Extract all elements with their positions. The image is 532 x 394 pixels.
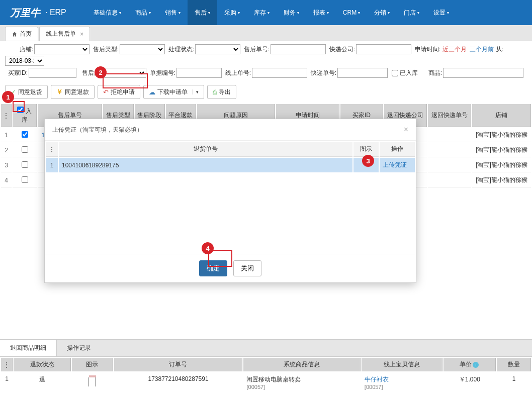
modal-row-doc: 10041006189289175 (59, 158, 352, 172)
label-in-storage: 已入库 (400, 69, 418, 77)
dcol-6: 单价i (444, 358, 496, 371)
chevron-down-icon: ▾ (417, 11, 419, 15)
select-shop[interactable] (34, 44, 90, 54)
filter-row-1: 店铺: 售后类型: 处理状态: 售后单号: 快递公司: 申请时间: 近三个月 三… (5, 44, 527, 66)
col-0: ⋮ (1, 104, 12, 127)
chevron-down-icon: ▾ (358, 11, 360, 15)
nav-item-9[interactable]: 分销▾ (367, 0, 397, 25)
modal-title: 上传凭证（淘宝可填，天猫必填） (52, 126, 143, 134)
label-express-company: 快递公司: (327, 45, 355, 54)
nav-item-0[interactable]: 基础信息▾ (86, 0, 128, 25)
bottom-tabs: 退回商品明细 操作记录 (0, 340, 532, 357)
chevron-down-icon: ▾ (297, 11, 299, 15)
yen-icon: ￥ (56, 87, 63, 96)
input-buyer-id[interactable] (29, 68, 76, 78)
btn-agree-refund[interactable]: ￥同意退款 (51, 85, 95, 99)
select-after-type[interactable] (120, 44, 165, 54)
input-goods[interactable] (443, 68, 523, 78)
row-checkbox[interactable] (22, 176, 28, 183)
input-online-no[interactable] (252, 68, 307, 78)
nav-item-6[interactable]: 财务▾ (277, 0, 306, 25)
row-checkbox[interactable] (22, 161, 28, 168)
close-icon[interactable]: × (80, 31, 83, 38)
btn-close[interactable]: 关闭 (233, 260, 261, 276)
btn-download-label: 下载申请单 (157, 88, 188, 96)
modal-footer: 确定 关闭 (45, 254, 416, 282)
detail-row[interactable]: 1 退 173877210480287591 闲置移动电脑桌转卖 [00057]… (1, 372, 531, 393)
chevron-down-icon: ▾ (208, 11, 210, 15)
nav-item-2[interactable]: 销售▾ (158, 0, 188, 25)
col-10: 退回快递单号 (428, 104, 471, 127)
dcol-2: 图示 (72, 358, 113, 371)
step-marker-2: 2 (95, 66, 107, 78)
label-shop: 店铺: (5, 45, 33, 54)
nav-item-4[interactable]: 采购▾ (217, 0, 247, 25)
select-process-status[interactable] (195, 44, 240, 54)
bottom-detail-area: 退回商品明细 操作记录 ⋮退款状态图示订单号系统商品信息线上宝贝信息单价i数量 … (0, 339, 532, 394)
tab-op-log[interactable]: 操作记录 (57, 340, 101, 356)
detail-sys-code: [00057] (246, 384, 357, 390)
modal-row[interactable]: 1 10041006189289175 上传凭证 (46, 158, 415, 172)
nav-items: 基础信息▾商品▾销售▾售后▾采购▾库存▾财务▾报表▾CRM▾分销▾门店▾设置▾ (86, 0, 456, 25)
step-marker-4: 4 (202, 242, 214, 254)
row-checkbox[interactable] (22, 146, 28, 153)
filter-row-2: 买家ID: 售后原 单据编号: 线上单号: 快递单号: 已入库 商品: (5, 68, 527, 78)
label-after-type: 售后类型: (91, 45, 119, 54)
nav-item-10[interactable]: 门店▾ (397, 0, 426, 25)
row-checkbox[interactable] (22, 131, 28, 138)
detail-price: ￥1.000 (444, 372, 496, 393)
nav-item-8[interactable]: CRM▾ (336, 0, 367, 25)
chevron-down-icon[interactable]: ▾ (193, 89, 199, 94)
nav-item-7[interactable]: 报表▾ (306, 0, 336, 25)
label-express-no: 快递单号: (308, 69, 336, 77)
modal-close-icon[interactable]: × (404, 125, 408, 134)
tab-aftersale[interactable]: 线上售后单 × (39, 27, 90, 41)
detail-qty: 1 (497, 372, 531, 393)
tab-aftersale-label: 线上售后单 (46, 30, 76, 38)
label-apply-time: 申请时间: (412, 45, 440, 54)
checkbox-all[interactable] (17, 107, 24, 113)
label-goods: 商品: (422, 69, 442, 77)
toolbar: ✓同意退货 ￥同意退款 ↶拒绝申请 ☁下载申请单▾ ⎙导出 (0, 83, 532, 103)
link-before-3m[interactable]: 三个月前 (470, 45, 494, 54)
btn-export[interactable]: ⎙导出 (207, 85, 236, 99)
btn-reject[interactable]: ↶拒绝申请 (98, 85, 140, 99)
select-after-reason[interactable] (101, 68, 146, 78)
select-date-from[interactable]: 2018-03-21 (5, 56, 44, 66)
btn-download[interactable]: ☁下载申请单▾ (143, 85, 204, 99)
step-marker-1: 1 (2, 91, 14, 103)
nav-item-5[interactable]: 库存▾ (247, 0, 277, 25)
nav-item-1[interactable]: 商品▾ (128, 0, 158, 25)
nav-item-3[interactable]: 售后▾ (188, 0, 217, 25)
col-11: 店铺 (472, 104, 531, 127)
back-arrow-icon: ↶ (103, 88, 109, 96)
link-near-3m[interactable]: 近三个月 (442, 45, 467, 54)
detail-thumb (72, 372, 113, 393)
page-tabs: 首页 线上售后单 × (0, 25, 532, 41)
input-express-no[interactable] (337, 68, 388, 78)
detail-online-name[interactable]: 牛仔衬衣 (365, 375, 439, 384)
chevron-down-icon: ▾ (119, 11, 121, 15)
label-from: 从: (496, 45, 503, 54)
modal-row-idx: 1 (46, 158, 58, 172)
input-after-order-no[interactable] (271, 44, 326, 54)
btn-ok[interactable]: 确定 (199, 260, 227, 276)
nav-item-11[interactable]: 设置▾ (426, 0, 456, 25)
dcol-5: 线上宝贝信息 (362, 358, 442, 371)
detail-sys-name: 闲置移动电脑桌转卖 (246, 375, 357, 384)
upload-link[interactable]: 上传凭证 (383, 161, 407, 168)
home-icon (12, 31, 18, 37)
input-express-company[interactable] (356, 44, 411, 54)
tab-home[interactable]: 首页 (5, 27, 38, 41)
dcol-1: 退款状态 (14, 358, 71, 371)
app-sub: · ERP (45, 8, 66, 17)
label-after-order-no: 售后单号: (241, 45, 270, 54)
filter-area: 店铺: 售后类型: 处理状态: 售后单号: 快递公司: 申请时间: 近三个月 三… (0, 41, 532, 83)
tab-return-detail[interactable]: 退回商品明细 (0, 340, 57, 356)
modal-col-menu: ⋮ (46, 142, 58, 157)
modal-header: 上传凭证（淘宝可填，天猫必填） × (45, 119, 416, 141)
product-thumb-icon (85, 375, 100, 388)
detail-order: 173877210480287591 (114, 372, 243, 393)
input-doc-no[interactable] (176, 68, 222, 78)
checkbox-in-storage[interactable] (392, 70, 398, 76)
